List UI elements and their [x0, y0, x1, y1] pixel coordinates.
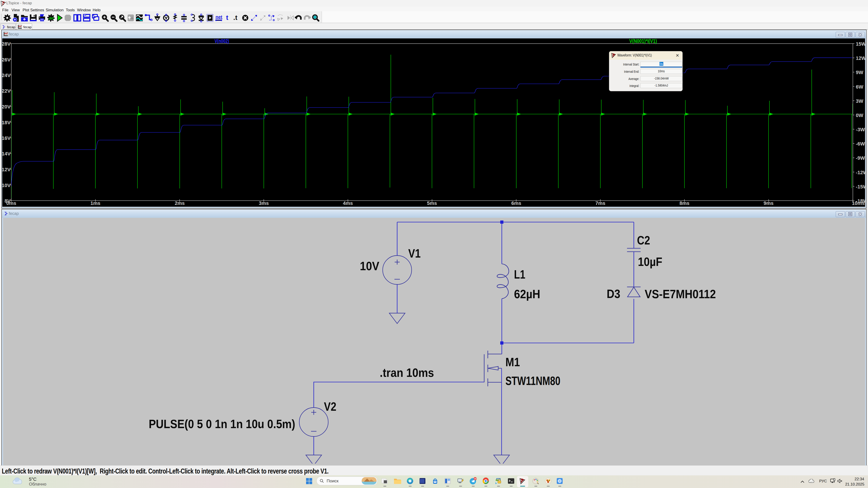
svg-text:C2: C2 — [637, 233, 650, 247]
svg-text:16V: 16V — [2, 135, 11, 141]
svg-text:6ms: 6ms — [511, 200, 521, 206]
svg-text:28V: 28V — [2, 41, 11, 47]
svg-text:9ms: 9ms — [764, 200, 774, 206]
svg-text:7ms: 7ms — [595, 200, 605, 206]
svg-text:18V: 18V — [2, 120, 11, 125]
svg-text:V1: V1 — [408, 247, 421, 260]
svg-text:15W: 15W — [856, 41, 866, 47]
svg-text:6W: 6W — [856, 84, 863, 90]
svg-text:8ms: 8ms — [680, 200, 689, 206]
svg-text:10V: 10V — [2, 183, 11, 188]
svg-text:10µF: 10µF — [638, 255, 662, 268]
svg-text:24V: 24V — [2, 72, 11, 78]
svg-text:-12W: -12W — [856, 170, 866, 175]
svg-text:-6W: -6W — [856, 141, 865, 147]
svg-text:net: net — [216, 14, 222, 20]
svg-text:V2: V2 — [324, 400, 336, 413]
svg-text:L1: L1 — [514, 267, 525, 281]
svg-text:62µH: 62µH — [514, 287, 540, 301]
svg-text:0W: 0W — [856, 112, 863, 118]
svg-text:PULSE(0 5 0 1n 1n 10u 0.5m): PULSE(0 5 0 1n 1n 10u 0.5m) — [149, 417, 295, 431]
svg-text:10ms: 10ms — [852, 200, 865, 206]
svg-text:-3W: -3W — [856, 127, 865, 132]
svg-text:19: 19 — [474, 477, 476, 480]
svg-text:M1: M1 — [505, 355, 520, 369]
svg-text:4ms: 4ms — [343, 200, 353, 206]
svg-text:5ms: 5ms — [427, 200, 437, 206]
svg-text:26V: 26V — [2, 57, 11, 63]
svg-text:-15W: -15W — [856, 184, 866, 190]
svg-text:2ms: 2ms — [175, 200, 185, 206]
svg-text:0ms: 0ms — [6, 200, 16, 206]
svg-text:14V: 14V — [2, 151, 11, 157]
svg-text:1ms: 1ms — [90, 200, 100, 206]
svg-text:V(n002): V(n002) — [215, 38, 229, 44]
svg-text:10V: 10V — [360, 259, 379, 273]
svg-text:.t: .t — [233, 14, 237, 21]
svg-text:.tran 10ms: .tran 10ms — [380, 366, 434, 379]
svg-text:3W: 3W — [856, 98, 863, 104]
svg-text:12V: 12V — [2, 167, 11, 172]
svg-text:V(N001)*I(V1): V(N001)*I(V1) — [629, 38, 657, 44]
svg-text:22V: 22V — [2, 88, 11, 94]
svg-text:12W: 12W — [856, 55, 866, 61]
svg-text:D3: D3 — [607, 287, 620, 300]
svg-text:t: t — [226, 14, 228, 21]
svg-text:.ac: .ac — [48, 15, 54, 20]
svg-text:9W: 9W — [856, 70, 863, 75]
svg-text:20V: 20V — [2, 104, 11, 109]
svg-text:VS-E7MH0112: VS-E7MH0112 — [645, 287, 716, 301]
svg-text:STW11NM80: STW11NM80 — [505, 374, 560, 387]
svg-text:3ms: 3ms — [259, 200, 269, 206]
svg-text:-9W: -9W — [856, 155, 865, 161]
